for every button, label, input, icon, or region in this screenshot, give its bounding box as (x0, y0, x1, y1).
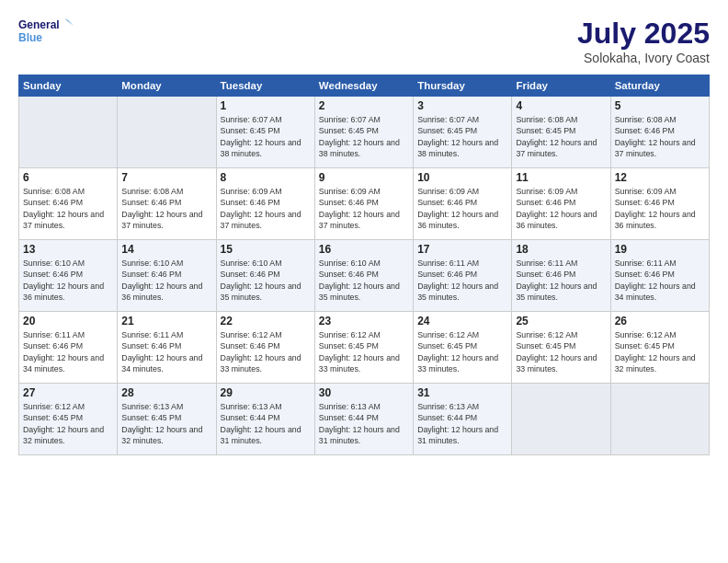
day-number: 11 (516, 171, 606, 184)
day-detail: Sunrise: 6:13 AMSunset: 6:45 PMDaylight:… (121, 401, 211, 446)
day-number: 22 (221, 315, 311, 327)
calendar-cell-week2-day2: 15Sunrise: 6:10 AMSunset: 6:46 PMDayligh… (216, 240, 314, 312)
day-number: 28 (121, 386, 211, 399)
calendar-cell-week3-day4: 24Sunrise: 6:12 AMSunset: 6:45 PMDayligh… (414, 312, 512, 384)
day-detail: Sunrise: 6:12 AMSunset: 6:46 PMDaylight:… (221, 329, 311, 374)
day-number: 5 (615, 99, 705, 112)
day-detail: Sunrise: 6:12 AMSunset: 6:45 PMDaylight:… (615, 329, 705, 374)
logo: GeneralBlue (18, 17, 74, 44)
main-title: July 2025 (577, 17, 710, 51)
calendar-week-row-1: 6Sunrise: 6:08 AMSunset: 6:46 PMDaylight… (19, 168, 710, 240)
calendar-cell-week3-day0: 20Sunrise: 6:11 AMSunset: 6:46 PMDayligh… (19, 312, 118, 384)
weekday-header-saturday: Saturday (610, 75, 709, 97)
calendar-cell-week4-day5 (512, 384, 610, 455)
day-number: 25 (516, 315, 606, 327)
calendar-cell-week0-day4: 3Sunrise: 6:07 AMSunset: 6:45 PMDaylight… (414, 97, 512, 168)
day-detail: Sunrise: 6:13 AMSunset: 6:44 PMDaylight:… (221, 401, 311, 446)
day-number: 15 (221, 243, 311, 256)
day-number: 3 (417, 99, 507, 112)
day-detail: Sunrise: 6:08 AMSunset: 6:46 PMDaylight:… (121, 186, 211, 231)
day-detail: Sunrise: 6:08 AMSunset: 6:46 PMDaylight:… (23, 186, 113, 231)
calendar-cell-week1-day5: 11Sunrise: 6:09 AMSunset: 6:46 PMDayligh… (512, 168, 610, 240)
svg-text:Blue: Blue (18, 31, 42, 44)
day-detail: Sunrise: 6:11 AMSunset: 6:46 PMDaylight:… (615, 258, 705, 303)
calendar-week-row-2: 13Sunrise: 6:10 AMSunset: 6:46 PMDayligh… (19, 240, 710, 312)
calendar-cell-week4-day2: 29Sunrise: 6:13 AMSunset: 6:44 PMDayligh… (216, 384, 314, 455)
day-detail: Sunrise: 6:12 AMSunset: 6:45 PMDaylight:… (516, 329, 606, 374)
day-number: 13 (23, 243, 113, 256)
day-number: 20 (23, 315, 113, 327)
day-number: 17 (417, 243, 507, 256)
svg-marker-2 (64, 18, 74, 26)
calendar-cell-week0-day0 (19, 97, 118, 168)
calendar-table: SundayMondayTuesdayWednesdayThursdayFrid… (18, 75, 710, 455)
page: GeneralBlue July 2025 Solokaha, Ivory Co… (0, 0, 728, 563)
day-detail: Sunrise: 6:11 AMSunset: 6:46 PMDaylight:… (516, 258, 606, 303)
day-detail: Sunrise: 6:12 AMSunset: 6:45 PMDaylight:… (23, 401, 113, 446)
weekday-header-thursday: Thursday (414, 75, 512, 97)
day-detail: Sunrise: 6:08 AMSunset: 6:46 PMDaylight:… (615, 114, 705, 159)
calendar-cell-week3-day6: 26Sunrise: 6:12 AMSunset: 6:45 PMDayligh… (610, 312, 709, 384)
weekday-header-tuesday: Tuesday (216, 75, 314, 97)
calendar-cell-week4-day3: 30Sunrise: 6:13 AMSunset: 6:44 PMDayligh… (314, 384, 413, 455)
day-number: 24 (417, 315, 507, 327)
day-number: 23 (319, 315, 409, 327)
day-number: 30 (319, 386, 409, 399)
calendar-cell-week0-day6: 5Sunrise: 6:08 AMSunset: 6:46 PMDaylight… (610, 97, 709, 168)
day-detail: Sunrise: 6:07 AMSunset: 6:45 PMDaylight:… (221, 114, 311, 159)
day-number: 16 (319, 243, 409, 256)
calendar-cell-week3-day2: 22Sunrise: 6:12 AMSunset: 6:46 PMDayligh… (216, 312, 314, 384)
day-number: 8 (221, 171, 311, 184)
calendar-cell-week1-day6: 12Sunrise: 6:09 AMSunset: 6:46 PMDayligh… (610, 168, 709, 240)
calendar-cell-week2-day4: 17Sunrise: 6:11 AMSunset: 6:46 PMDayligh… (414, 240, 512, 312)
logo-svg: GeneralBlue (18, 17, 74, 44)
calendar-cell-week0-day3: 2Sunrise: 6:07 AMSunset: 6:45 PMDaylight… (314, 97, 413, 168)
calendar-cell-week4-day4: 31Sunrise: 6:13 AMSunset: 6:44 PMDayligh… (414, 384, 512, 455)
calendar-cell-week1-day2: 8Sunrise: 6:09 AMSunset: 6:46 PMDaylight… (216, 168, 314, 240)
weekday-header-monday: Monday (118, 75, 216, 97)
calendar-cell-week2-day6: 19Sunrise: 6:11 AMSunset: 6:46 PMDayligh… (610, 240, 709, 312)
day-detail: Sunrise: 6:10 AMSunset: 6:46 PMDaylight:… (319, 258, 409, 303)
svg-text:General: General (18, 18, 60, 31)
calendar-cell-week1-day0: 6Sunrise: 6:08 AMSunset: 6:46 PMDaylight… (19, 168, 118, 240)
day-detail: Sunrise: 6:10 AMSunset: 6:46 PMDaylight:… (121, 258, 211, 303)
day-detail: Sunrise: 6:11 AMSunset: 6:46 PMDaylight:… (417, 258, 507, 303)
title-block: July 2025 Solokaha, Ivory Coast (577, 17, 710, 65)
day-number: 6 (23, 171, 113, 184)
calendar-cell-week2-day0: 13Sunrise: 6:10 AMSunset: 6:46 PMDayligh… (19, 240, 118, 312)
day-number: 7 (121, 171, 211, 184)
calendar-cell-week2-day3: 16Sunrise: 6:10 AMSunset: 6:46 PMDayligh… (314, 240, 413, 312)
calendar-week-row-0: 1Sunrise: 6:07 AMSunset: 6:45 PMDaylight… (19, 97, 710, 168)
weekday-header-friday: Friday (512, 75, 610, 97)
day-number: 14 (121, 243, 211, 256)
calendar-cell-week1-day4: 10Sunrise: 6:09 AMSunset: 6:46 PMDayligh… (414, 168, 512, 240)
calendar-week-row-3: 20Sunrise: 6:11 AMSunset: 6:46 PMDayligh… (19, 312, 710, 384)
day-number: 9 (319, 171, 409, 184)
calendar-cell-week0-day1 (118, 97, 216, 168)
day-number: 26 (615, 315, 705, 327)
day-detail: Sunrise: 6:09 AMSunset: 6:46 PMDaylight:… (417, 186, 507, 231)
day-number: 4 (516, 99, 606, 112)
subtitle: Solokaha, Ivory Coast (577, 51, 710, 65)
calendar-cell-week3-day5: 25Sunrise: 6:12 AMSunset: 6:45 PMDayligh… (512, 312, 610, 384)
day-detail: Sunrise: 6:13 AMSunset: 6:44 PMDaylight:… (319, 401, 409, 446)
day-detail: Sunrise: 6:11 AMSunset: 6:46 PMDaylight:… (121, 329, 211, 374)
day-detail: Sunrise: 6:09 AMSunset: 6:46 PMDaylight:… (615, 186, 705, 231)
weekday-header-row: SundayMondayTuesdayWednesdayThursdayFrid… (19, 75, 710, 97)
weekday-header-wednesday: Wednesday (314, 75, 413, 97)
day-number: 2 (319, 99, 409, 112)
day-detail: Sunrise: 6:10 AMSunset: 6:46 PMDaylight:… (23, 258, 113, 303)
calendar-cell-week3-day3: 23Sunrise: 6:12 AMSunset: 6:45 PMDayligh… (314, 312, 413, 384)
day-number: 21 (121, 315, 211, 327)
day-detail: Sunrise: 6:12 AMSunset: 6:45 PMDaylight:… (319, 329, 409, 374)
day-detail: Sunrise: 6:09 AMSunset: 6:46 PMDaylight:… (319, 186, 409, 231)
day-number: 12 (615, 171, 705, 184)
calendar-cell-week4-day6 (610, 384, 709, 455)
calendar-cell-week1-day3: 9Sunrise: 6:09 AMSunset: 6:46 PMDaylight… (314, 168, 413, 240)
calendar-cell-week1-day1: 7Sunrise: 6:08 AMSunset: 6:46 PMDaylight… (118, 168, 216, 240)
calendar-cell-week2-day5: 18Sunrise: 6:11 AMSunset: 6:46 PMDayligh… (512, 240, 610, 312)
weekday-header-sunday: Sunday (19, 75, 118, 97)
day-detail: Sunrise: 6:11 AMSunset: 6:46 PMDaylight:… (23, 329, 113, 374)
day-detail: Sunrise: 6:07 AMSunset: 6:45 PMDaylight:… (417, 114, 507, 159)
day-detail: Sunrise: 6:13 AMSunset: 6:44 PMDaylight:… (417, 401, 507, 446)
